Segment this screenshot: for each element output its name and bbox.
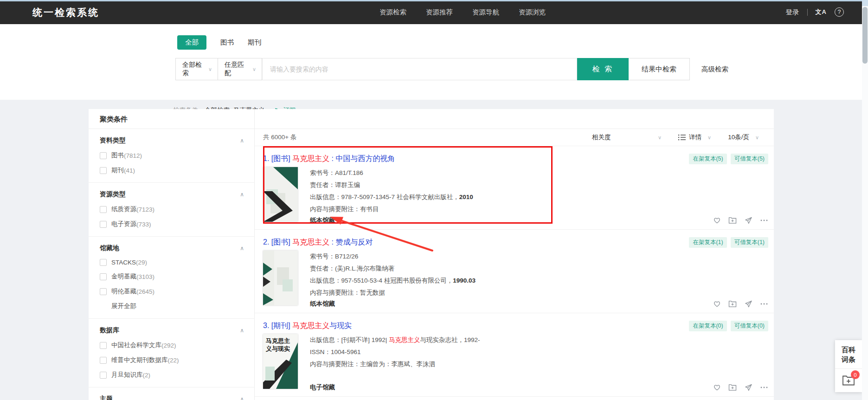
result-list: 1. [图书] 马克思主义 : 中国与西方的视角在架复本(5)可借复本(5)索书…: [255, 146, 774, 397]
sidebar-section-header[interactable]: 资料类型∧: [100, 136, 244, 145]
field-part: 谭群玉编: [335, 181, 360, 188]
result-field: 内容与摘要附注：暂无数据: [310, 287, 768, 299]
chevron-up-icon[interactable]: ∧: [240, 396, 244, 400]
field-part: 主编曾为：李惠斌、李洙泗: [360, 361, 435, 368]
language-icon[interactable]: 文A: [816, 8, 827, 16]
field-part: 责任者：: [310, 181, 335, 188]
sidebar-filter-item[interactable]: 电子资源(733): [100, 220, 244, 228]
filter-count: (2645): [136, 288, 154, 295]
book-cover[interactable]: [263, 167, 298, 222]
collection-folder-button[interactable]: 0: [835, 369, 862, 392]
checkbox[interactable]: [100, 206, 107, 213]
add-to-folder-icon[interactable]: [728, 300, 737, 308]
checkbox[interactable]: [100, 342, 107, 349]
more-icon[interactable]: [760, 216, 768, 225]
chevron-up-icon[interactable]: ∧: [240, 327, 244, 334]
view-mode-select[interactable]: 详情 ∨: [678, 133, 711, 142]
field-part: 索书号：: [310, 253, 335, 260]
expand-all-link[interactable]: 展开全部: [100, 302, 244, 310]
sort-select[interactable]: 相关度 ∨: [592, 133, 662, 142]
nav-resource-recommend[interactable]: 资源推荐: [426, 8, 453, 17]
search-in-results-button[interactable]: 结果中检索: [629, 58, 690, 80]
chevron-down-icon: ∨: [707, 135, 711, 141]
result-title[interactable]: 3. [期刊] 马克思主义与现实: [263, 320, 352, 331]
favorite-heart-icon[interactable]: [713, 300, 721, 308]
filter-label: 明伦基藏: [111, 287, 136, 296]
book-cover[interactable]: [263, 251, 298, 305]
result-title[interactable]: 2. [图书] 马克思主义 : 赞成与反对: [263, 237, 373, 248]
match-select-value: 任意匹配: [225, 61, 250, 77]
search-button[interactable]: 检 索: [577, 58, 629, 80]
chevron-up-icon[interactable]: ∧: [240, 191, 244, 198]
sidebar-filter-item[interactable]: 中国社会科学文库(292): [100, 341, 244, 349]
sidebar-filter-item[interactable]: STACKS(29): [100, 259, 244, 266]
sidebar-filter-item[interactable]: 明伦基藏(2645): [100, 287, 244, 296]
encyclopedia-widget[interactable]: 百科 词条: [835, 340, 862, 369]
holding-tab[interactable]: 电子馆藏: [310, 383, 335, 392]
sidebar-section-header[interactable]: 资源类型∧: [100, 190, 244, 199]
scrollbar-thumb[interactable]: [862, 7, 868, 64]
login-link[interactable]: 登录: [786, 8, 799, 17]
filter-label: 纸质资源: [111, 205, 136, 213]
search-input[interactable]: [262, 58, 577, 80]
book-cover[interactable]: 马克思主义与现实: [263, 334, 298, 389]
page-size-select[interactable]: 10条/页 ∨: [728, 133, 759, 142]
sidebar-filter-item[interactable]: 金明基藏(3103): [100, 272, 244, 281]
list-view-icon: [678, 134, 686, 141]
favorite-heart-icon[interactable]: [713, 216, 721, 225]
chevron-up-icon[interactable]: ∧: [240, 245, 244, 252]
checkbox[interactable]: [100, 288, 107, 295]
results-count: 共 6000+ 条: [263, 133, 296, 142]
floating-tools: 百科 词条 0: [835, 340, 862, 392]
more-icon[interactable]: [760, 383, 768, 392]
checkbox[interactable]: [100, 273, 107, 280]
sidebar-filter-item[interactable]: 图书(7812): [100, 151, 244, 160]
checkbox[interactable]: [100, 152, 107, 159]
checkbox[interactable]: [100, 167, 107, 174]
app-title: 统一检索系统: [32, 0, 99, 25]
add-to-folder-icon[interactable]: [728, 216, 737, 225]
holding-tab[interactable]: 纸本馆藏: [310, 300, 335, 308]
checkbox[interactable]: [100, 259, 107, 266]
share-icon[interactable]: [744, 216, 752, 225]
tab-journals[interactable]: 期刊: [248, 35, 261, 50]
sidebar-filter-item[interactable]: 纸质资源(7123): [100, 205, 244, 213]
results-top-strip: [255, 109, 774, 129]
sidebar-filter-item[interactable]: 维普中文期刊数据库(22): [100, 356, 244, 364]
checkbox[interactable]: [100, 357, 107, 364]
nav-resource-search[interactable]: 资源检索: [379, 8, 406, 17]
holding-tab[interactable]: 纸本馆藏: [310, 216, 335, 225]
title-part: 马克思主义: [292, 322, 329, 329]
on-shelf-badge: 在架复本(0): [689, 321, 727, 331]
tab-books[interactable]: 图书: [220, 35, 234, 50]
advanced-search-link[interactable]: 高级检索: [701, 58, 728, 80]
filter-count: (41): [124, 167, 135, 174]
scope-select[interactable]: 全部检索 ∨: [175, 58, 218, 80]
tab-all[interactable]: 全部: [177, 35, 206, 50]
filter-count: (733): [136, 221, 151, 228]
more-icon[interactable]: [760, 300, 768, 308]
result-item-2: 2. [图书] 马克思主义 : 赞成与反对在架复本(1)可借复本(1)索书号：B…: [255, 230, 774, 313]
chevron-up-icon[interactable]: ∧: [240, 137, 244, 144]
help-icon[interactable]: ?: [835, 7, 844, 17]
nav-resource-guide[interactable]: 资源导航: [472, 8, 499, 17]
sidebar-filter-item[interactable]: 期刊(41): [100, 166, 244, 174]
match-select[interactable]: 任意匹配 ∨: [218, 58, 262, 80]
add-to-folder-icon[interactable]: [728, 383, 737, 392]
chevron-down-icon: ∨: [658, 135, 662, 141]
result-title[interactable]: 1. [图书] 马克思主义 : 中国与西方的视角: [263, 153, 395, 164]
share-icon[interactable]: [744, 383, 752, 392]
nav-resource-browse[interactable]: 资源浏览: [519, 8, 546, 17]
sidebar-section-header[interactable]: 馆藏地∧: [100, 244, 244, 252]
sidebar-section-header[interactable]: 主题∧: [100, 395, 244, 400]
checkbox[interactable]: [100, 221, 107, 228]
share-icon[interactable]: [744, 300, 752, 308]
field-part: 责任者：: [310, 265, 335, 272]
checkbox[interactable]: [100, 372, 107, 379]
chevron-down-icon: ∨: [208, 66, 212, 72]
favorite-heart-icon[interactable]: [713, 383, 721, 392]
field-part: 内容与摘要附注：: [310, 206, 360, 213]
sidebar-section-header[interactable]: 数据库∧: [100, 326, 244, 335]
main-content: 聚类条件 资料类型∧图书(7812)期刊(41)资源类型∧纸质资源(7123)电…: [89, 109, 774, 400]
sidebar-filter-item[interactable]: 月旦知识库(2): [100, 371, 244, 379]
